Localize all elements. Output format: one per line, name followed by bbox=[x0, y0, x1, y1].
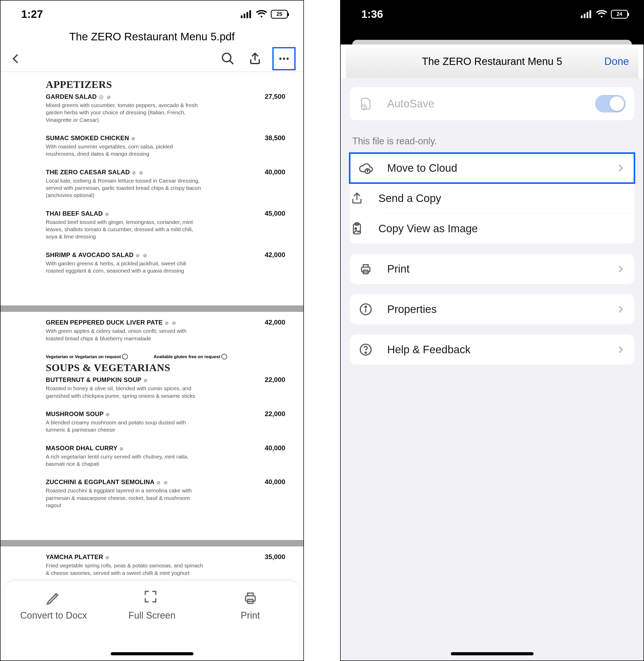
status-icons: 24 bbox=[581, 10, 628, 19]
svg-rect-1 bbox=[244, 14, 246, 18]
autosave-card: AutoSave bbox=[350, 87, 635, 120]
share-icon bbox=[350, 191, 364, 206]
diet-badges-icon: ⊘ bbox=[119, 446, 124, 452]
menu-item: SUMAC SMOKED CHICKEN⊘38,500 With roasted… bbox=[46, 134, 293, 158]
row-label: Copy View as Image bbox=[378, 222, 478, 235]
share-button[interactable] bbox=[245, 49, 264, 69]
menu-item: YAMCHA PLATTER⊘35,000 Fried vegetable sp… bbox=[46, 553, 293, 577]
cellular-icon bbox=[581, 10, 592, 19]
print-button[interactable]: Print bbox=[206, 590, 295, 660]
fullscreen-icon bbox=[143, 590, 160, 606]
properties-card: Properties bbox=[350, 294, 635, 324]
menu-item: SHRIMP & AVOCADO SALAD⊘ ⊘42,000 With gar… bbox=[46, 251, 293, 275]
copy-view-as-image-row[interactable]: Copy View as Image bbox=[378, 213, 635, 244]
help-row[interactable]: Help & Feedback bbox=[350, 335, 635, 365]
svg-rect-2 bbox=[247, 12, 248, 18]
svg-point-19 bbox=[355, 228, 356, 229]
svg-rect-11 bbox=[581, 15, 583, 18]
diet-badges-icon: ⓥ ⊘ bbox=[99, 94, 112, 100]
svg-point-7 bbox=[283, 58, 285, 60]
document-title: The ZERO Restaurant Menu 5.pdf bbox=[1, 28, 303, 46]
wifi-icon bbox=[256, 10, 267, 19]
send-a-copy-row[interactable]: Send a Copy bbox=[378, 183, 635, 213]
more-button[interactable] bbox=[272, 47, 296, 70]
print-row[interactable]: Print bbox=[350, 254, 635, 284]
svg-point-8 bbox=[286, 58, 289, 60]
home-indicator[interactable] bbox=[111, 652, 193, 655]
svg-point-4 bbox=[223, 53, 231, 62]
svg-rect-20 bbox=[362, 267, 370, 272]
help-card: Help & Feedback bbox=[350, 335, 635, 365]
svg-rect-13 bbox=[586, 12, 589, 18]
done-button[interactable]: Done bbox=[604, 55, 629, 67]
menu-item: MUSHROOM SOUP⊘22,000 A blended creamy mu… bbox=[46, 410, 293, 434]
status-bar: 1:36 24 bbox=[341, 1, 643, 28]
svg-point-26 bbox=[365, 352, 366, 353]
full-screen-button[interactable]: Full Screen bbox=[108, 590, 196, 660]
toolbar bbox=[1, 46, 303, 72]
cloud-upload-icon bbox=[359, 161, 373, 175]
document-viewport[interactable]: APPETIZERS GARDEN SALADⓥ ⊘27,500 Mixed g… bbox=[1, 72, 303, 660]
menu-item: BUTTERNUT & PUMPKIN SOUP⊘22,000 Roasted … bbox=[46, 376, 293, 400]
printer-icon bbox=[359, 262, 373, 276]
battery-icon: 24 bbox=[611, 10, 628, 19]
diet-badges-icon: ⊘ bbox=[131, 136, 136, 141]
row-label: Send a Copy bbox=[378, 192, 441, 205]
autosave-label: AutoSave bbox=[387, 97, 434, 110]
menu-item: GARDEN SALADⓥ ⊘27,500 Mixed greens with … bbox=[46, 93, 293, 123]
bottom-action-bar: Convert to Docx Full Screen Print bbox=[4, 580, 299, 660]
diet-badges-icon: ⊘ ⊘ bbox=[157, 480, 169, 485]
convert-to-docx-button[interactable]: Convert to Docx bbox=[9, 590, 98, 660]
cellular-icon bbox=[241, 10, 252, 19]
svg-rect-12 bbox=[584, 14, 585, 18]
row-label: Print bbox=[387, 263, 409, 275]
diet-badges-icon: ⊘ ⊘ bbox=[132, 170, 144, 176]
status-bar: 1:27 25 bbox=[1, 1, 303, 28]
info-icon bbox=[359, 302, 373, 317]
svg-point-24 bbox=[365, 306, 367, 308]
pencil-icon bbox=[45, 590, 62, 606]
diet-badges-icon: ⊘ bbox=[105, 211, 110, 217]
svg-point-6 bbox=[279, 58, 282, 60]
clipboard-image-icon bbox=[350, 221, 364, 236]
move-to-cloud-row[interactable]: Move to Cloud bbox=[350, 153, 635, 183]
svg-rect-3 bbox=[249, 10, 251, 18]
menu-item: MASOOR DHAL CURRY⊘40,000 A rich vegetari… bbox=[46, 444, 293, 468]
file-actions-card: Move to Cloud Send a Copy Copy View as I… bbox=[350, 153, 635, 244]
row-label: Properties bbox=[387, 303, 437, 316]
sheet-header: The ZERO Restaurant Menu 5 Done bbox=[346, 44, 638, 78]
svg-rect-0 bbox=[241, 15, 243, 18]
autosave-icon bbox=[359, 96, 373, 111]
status-time: 1:27 bbox=[21, 8, 43, 20]
status-time: 1:36 bbox=[361, 8, 383, 20]
home-indicator[interactable] bbox=[451, 652, 533, 655]
menu-item: THE ZERO CAESAR SALAD⊘ ⊘40,000 Local kal… bbox=[46, 168, 293, 199]
section-title: APPETIZERS bbox=[46, 78, 293, 91]
battery-icon: 25 bbox=[271, 10, 288, 19]
diet-badges-icon: ⊘ bbox=[105, 555, 110, 561]
chevron-right-icon bbox=[615, 264, 626, 274]
sheet-title: The ZERO Restaurant Menu 5 bbox=[422, 55, 562, 67]
properties-row[interactable]: Properties bbox=[350, 294, 635, 324]
section-title: SOUPS & VEGETARIANS bbox=[46, 362, 293, 374]
phone-left: 1:27 25 The ZERO Restaurant Menu 5.pdf A… bbox=[0, 0, 304, 661]
menu-item: GREEN PEPPERED DUCK LIVER PATE⊘ ⊘42,000 … bbox=[46, 318, 293, 342]
row-label: Help & Feedback bbox=[387, 343, 470, 356]
menu-item: THAI BEEF SALAD⊘45,000 Roasted beef toss… bbox=[46, 209, 293, 241]
readonly-note: This file is read-only. bbox=[350, 131, 635, 153]
pdf-page: APPETIZERS GARDEN SALADⓥ ⊘27,500 Mixed g… bbox=[1, 72, 303, 305]
footnote: Vegetarian or Vegetarian on request Avai… bbox=[46, 352, 293, 360]
chevron-right-icon bbox=[615, 344, 626, 355]
status-icons: 25 bbox=[241, 10, 288, 19]
svg-rect-14 bbox=[590, 10, 591, 18]
help-icon bbox=[359, 342, 373, 357]
autosave-toggle[interactable] bbox=[595, 95, 626, 113]
chevron-right-icon bbox=[615, 163, 626, 173]
autosave-row: AutoSave bbox=[350, 87, 635, 120]
search-button[interactable] bbox=[218, 49, 237, 69]
diet-badges-icon: ⊘ bbox=[143, 378, 148, 383]
back-button[interactable] bbox=[8, 51, 24, 66]
print-card: Print bbox=[350, 254, 635, 284]
chevron-right-icon bbox=[615, 304, 626, 315]
pdf-page: GREEN PEPPERED DUCK LIVER PATE⊘ ⊘42,000 … bbox=[1, 312, 303, 540]
